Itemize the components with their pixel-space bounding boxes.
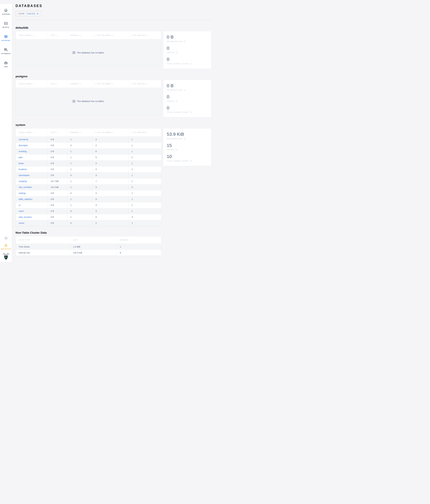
- column-header-of-indices[interactable]: # OF INDICES▼: [129, 128, 161, 136]
- table-link-users[interactable]: users: [19, 210, 24, 212]
- table-link-ui[interactable]: ui: [19, 204, 20, 206]
- table-link-eventlog[interactable]: eventlog: [19, 150, 27, 153]
- info-icon[interactable]: [190, 160, 192, 162]
- table-link-lease[interactable]: lease: [19, 162, 24, 164]
- stat-total-range-count: 0 TOTAL RANGE COUNT: [167, 57, 208, 65]
- cell-size: 0 B: [48, 214, 67, 220]
- column-header-table-name[interactable]: TABLE NAME▼: [16, 80, 48, 88]
- column-header-of-indices[interactable]: # OF INDICES▼: [129, 80, 161, 88]
- sidebar-item-statements[interactable]: STATEMENTS: [0, 46, 12, 56]
- home-icon: [4, 8, 8, 12]
- column-header-table-name[interactable]: TABLE NAME▼: [16, 128, 48, 136]
- cell-ranges: 1: [117, 244, 161, 250]
- table-link-role_members[interactable]: role_members: [19, 186, 32, 189]
- cell-indices: 1: [129, 208, 161, 214]
- info-icon[interactable]: [190, 111, 192, 113]
- table-link-rangelog[interactable]: rangelog: [19, 180, 27, 182]
- table-row: Internal Use 142.5 KiB 8: [16, 250, 161, 256]
- cell-indices: 1: [129, 143, 161, 148]
- column-header-of-columns[interactable]: # OF COLUMNS▼: [92, 128, 129, 136]
- settings-gear-icon[interactable]: [4, 236, 8, 240]
- info-icon[interactable]: [184, 40, 186, 43]
- cell-ranges: 8: [117, 250, 161, 256]
- cell-size: 0 B: [48, 202, 67, 208]
- column-header-of-columns[interactable]: # OF COLUMNS▼: [92, 80, 129, 88]
- sort-arrow-icon: ▼: [80, 35, 81, 36]
- column-header-ranges[interactable]: RANGES▼: [67, 80, 93, 88]
- table-link-namespace[interactable]: namespace: [19, 174, 29, 176]
- cell-indices: 1: [129, 190, 161, 196]
- column-header-size[interactable]: SIZE▼: [48, 128, 67, 136]
- info-icon[interactable]: [190, 63, 192, 65]
- sort-arrow-icon: ▼: [33, 83, 34, 84]
- table-row: locations 0 B 1 4 1: [16, 166, 161, 172]
- stat-total-range-count-value: 10: [167, 154, 208, 159]
- sort-arrow-icon: ▼: [112, 83, 114, 84]
- sidebar-item-jobs[interactable]: JOBS: [0, 59, 12, 70]
- table-link-comments[interactable]: comments: [19, 138, 28, 141]
- stat-database-size-value: 53.9 KiB: [167, 132, 208, 137]
- cell-ranges: 1: [67, 214, 93, 220]
- cell-indices: 1: [129, 160, 161, 166]
- cell-columns: 3: [92, 172, 129, 178]
- table-row: role_members 19.3 KiB 1 3 3: [16, 184, 161, 190]
- table-link-zones[interactable]: zones: [19, 222, 24, 224]
- sort-arrow-icon: ▼: [147, 35, 148, 36]
- cell-indices: 1: [129, 202, 161, 208]
- column-header-ranges: RANGES: [117, 236, 161, 244]
- table-link-descriptor[interactable]: descriptor: [19, 144, 28, 147]
- table-link-web_sessions[interactable]: web_sessions: [19, 216, 32, 218]
- column-header-of-columns[interactable]: # OF COLUMNS▼: [92, 31, 129, 39]
- info-icon[interactable]: [176, 52, 178, 54]
- database-stats-card: 53.9 KiB DATABASE SIZE 15 TABLES 10 TOTA…: [163, 128, 211, 166]
- stat-total-range-count-value: 0: [167, 105, 208, 111]
- sidebar-item-overview[interactable]: OVERVIEW: [0, 6, 12, 17]
- database-stats-card: 0 B DATABASE SIZE 0 TABLES 0 TOTAL RANGE…: [163, 31, 211, 69]
- tables-table: TABLE NAME▼SIZE▼RANGES▼# OF COLUMNS▼# OF…: [16, 80, 161, 115]
- table-row: table_statistics 0 B 1 9 1: [16, 196, 161, 202]
- table-link-locations[interactable]: locations: [19, 168, 27, 171]
- cell-size: 0 B: [48, 148, 67, 154]
- sidebar-item-metrics[interactable]: METRICS: [0, 19, 12, 30]
- info-icon[interactable]: [176, 149, 178, 151]
- insecure-mode-indicator[interactable]: INSECURE MODE: [1, 243, 11, 250]
- table-row: ui 0 B 1 3 1: [16, 202, 161, 208]
- non-table-section-title: Non-Table Cluster Data: [16, 231, 211, 234]
- stat-total-range-count-label: TOTAL RANGE COUNT: [167, 63, 208, 65]
- page-title: DATABASES: [16, 4, 211, 8]
- info-icon[interactable]: [184, 89, 186, 91]
- cockroachdb-logo-icon: [2, 253, 9, 260]
- sidebar-item-label: JOBS: [4, 66, 8, 67]
- sort-arrow-icon: ▼: [56, 132, 58, 133]
- column-header-size[interactable]: SIZE▼: [48, 31, 67, 39]
- table-row: comments 0 B 1 4 1: [16, 136, 161, 143]
- column-header-size[interactable]: SIZE▼: [48, 80, 67, 88]
- sidebar-item-databases[interactable]: DATABASES: [0, 33, 12, 43]
- cell-indices: 1: [129, 136, 161, 143]
- cell-size: 0 B: [48, 143, 67, 148]
- sort-arrow-icon: ▼: [80, 83, 81, 84]
- info-icon[interactable]: [184, 138, 186, 140]
- table-header-row: DATA TYPESIZERANGES: [16, 236, 161, 244]
- column-header-ranges[interactable]: RANGES▼: [67, 128, 93, 136]
- cell-ranges: 1: [67, 202, 93, 208]
- cell-indices: 1: [129, 178, 161, 184]
- table-link-table_statistics[interactable]: table_statistics: [19, 198, 32, 200]
- column-header-of-indices[interactable]: # OF INDICES▼: [129, 31, 161, 39]
- view-select[interactable]: VIEW: TABLES: [16, 11, 41, 17]
- cell-columns: 3: [92, 184, 129, 190]
- empty-state: This database has no tables.: [16, 39, 161, 66]
- stat-database-size-value: 0 B: [167, 35, 208, 40]
- stat-database-size-label: DATABASE SIZE: [167, 89, 208, 91]
- info-icon[interactable]: [176, 100, 178, 102]
- column-header-table-name[interactable]: TABLE NAME▼: [16, 31, 48, 39]
- column-header-ranges[interactable]: RANGES▼: [67, 31, 93, 39]
- empty-table-icon: [72, 51, 75, 54]
- table-link-settings[interactable]: settings: [19, 192, 26, 194]
- table-link-jobs[interactable]: jobs: [19, 156, 23, 159]
- cell-columns: 6: [92, 148, 129, 154]
- view-select-value: TABLES: [27, 13, 36, 15]
- jobs-icon: [4, 61, 8, 65]
- stat-total-range-count-label: TOTAL RANGE COUNT: [167, 160, 208, 162]
- stat-table-count-label: TABLES: [167, 149, 208, 151]
